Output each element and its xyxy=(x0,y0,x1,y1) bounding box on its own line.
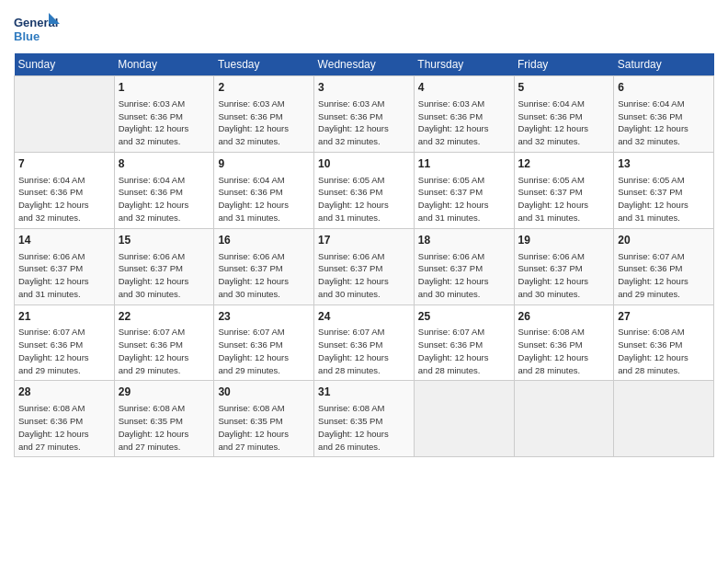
day-number: 16 xyxy=(218,233,310,248)
logo: General Blue xyxy=(14,13,60,46)
day-header-wednesday: Wednesday xyxy=(314,53,415,76)
calendar-cell: 20Sunrise: 6:07 AM Sunset: 6:36 PM Dayli… xyxy=(614,228,714,304)
logo-svg: General Blue xyxy=(14,13,60,46)
calendar-cell: 9Sunrise: 6:04 AM Sunset: 6:36 PM Daylig… xyxy=(214,152,314,228)
calendar-week-5: 28Sunrise: 6:08 AM Sunset: 6:36 PM Dayli… xyxy=(15,381,714,457)
day-info: Sunrise: 6:04 AM Sunset: 6:36 PM Dayligh… xyxy=(618,98,710,148)
day-header-monday: Monday xyxy=(114,53,214,76)
calendar-cell: 15Sunrise: 6:06 AM Sunset: 6:37 PM Dayli… xyxy=(114,228,214,304)
day-info: Sunrise: 6:04 AM Sunset: 6:36 PM Dayligh… xyxy=(518,98,610,148)
day-info: Sunrise: 6:03 AM Sunset: 6:36 PM Dayligh… xyxy=(418,98,510,148)
calendar-cell xyxy=(15,76,115,153)
calendar-cell: 28Sunrise: 6:08 AM Sunset: 6:36 PM Dayli… xyxy=(15,381,115,457)
day-number: 21 xyxy=(18,309,110,325)
calendar-week-2: 7Sunrise: 6:04 AM Sunset: 6:36 PM Daylig… xyxy=(15,152,714,228)
header: General Blue xyxy=(14,9,714,46)
calendar-cell xyxy=(414,381,514,457)
day-number: 15 xyxy=(119,233,210,248)
day-number: 10 xyxy=(318,156,410,172)
day-number: 1 xyxy=(119,80,210,96)
day-info: Sunrise: 6:06 AM Sunset: 6:37 PM Dayligh… xyxy=(218,250,310,301)
day-number: 29 xyxy=(119,385,210,400)
day-number: 5 xyxy=(518,80,610,96)
day-number: 25 xyxy=(418,309,510,325)
day-number: 18 xyxy=(418,233,510,248)
calendar-cell: 19Sunrise: 6:06 AM Sunset: 6:37 PM Dayli… xyxy=(514,228,614,304)
svg-text:Blue: Blue xyxy=(14,29,40,43)
day-number: 9 xyxy=(218,156,310,172)
day-info: Sunrise: 6:03 AM Sunset: 6:36 PM Dayligh… xyxy=(218,98,310,148)
calendar-cell: 26Sunrise: 6:08 AM Sunset: 6:36 PM Dayli… xyxy=(514,304,614,381)
day-number: 4 xyxy=(418,80,510,96)
calendar-cell: 24Sunrise: 6:07 AM Sunset: 6:36 PM Dayli… xyxy=(314,304,415,381)
day-number: 12 xyxy=(518,156,610,172)
day-info: Sunrise: 6:08 AM Sunset: 6:35 PM Dayligh… xyxy=(119,402,210,453)
day-info: Sunrise: 6:04 AM Sunset: 6:36 PM Dayligh… xyxy=(119,174,210,224)
day-number: 7 xyxy=(18,156,110,172)
calendar-week-4: 21Sunrise: 6:07 AM Sunset: 6:36 PM Dayli… xyxy=(15,304,714,381)
calendar-cell: 16Sunrise: 6:06 AM Sunset: 6:37 PM Dayli… xyxy=(214,228,314,304)
calendar-table: SundayMondayTuesdayWednesdayThursdayFrid… xyxy=(14,53,714,457)
calendar-cell: 6Sunrise: 6:04 AM Sunset: 6:36 PM Daylig… xyxy=(614,76,714,153)
calendar-cell: 7Sunrise: 6:04 AM Sunset: 6:36 PM Daylig… xyxy=(15,152,115,228)
day-info: Sunrise: 6:08 AM Sunset: 6:35 PM Dayligh… xyxy=(218,402,310,453)
day-info: Sunrise: 6:05 AM Sunset: 6:37 PM Dayligh… xyxy=(518,174,610,224)
calendar-cell: 30Sunrise: 6:08 AM Sunset: 6:35 PM Dayli… xyxy=(214,381,314,457)
calendar-cell: 18Sunrise: 6:06 AM Sunset: 6:37 PM Dayli… xyxy=(414,228,514,304)
day-info: Sunrise: 6:05 AM Sunset: 6:37 PM Dayligh… xyxy=(618,174,710,224)
day-number: 30 xyxy=(218,385,310,400)
day-number: 13 xyxy=(618,156,710,172)
calendar-cell: 8Sunrise: 6:04 AM Sunset: 6:36 PM Daylig… xyxy=(114,152,214,228)
calendar-cell: 22Sunrise: 6:07 AM Sunset: 6:36 PM Dayli… xyxy=(114,304,214,381)
calendar-cell: 2Sunrise: 6:03 AM Sunset: 6:36 PM Daylig… xyxy=(214,76,314,153)
day-number: 27 xyxy=(618,309,710,325)
calendar-cell: 17Sunrise: 6:06 AM Sunset: 6:37 PM Dayli… xyxy=(314,228,415,304)
day-info: Sunrise: 6:07 AM Sunset: 6:36 PM Dayligh… xyxy=(119,326,210,376)
day-info: Sunrise: 6:04 AM Sunset: 6:36 PM Dayligh… xyxy=(218,174,310,224)
day-info: Sunrise: 6:06 AM Sunset: 6:37 PM Dayligh… xyxy=(119,250,210,301)
day-number: 2 xyxy=(218,80,310,96)
calendar-cell: 29Sunrise: 6:08 AM Sunset: 6:35 PM Dayli… xyxy=(114,381,214,457)
day-header-saturday: Saturday xyxy=(614,53,714,76)
day-header-thursday: Thursday xyxy=(414,53,514,76)
calendar-header-row: SundayMondayTuesdayWednesdayThursdayFrid… xyxy=(15,53,714,76)
day-info: Sunrise: 6:04 AM Sunset: 6:36 PM Dayligh… xyxy=(18,174,110,224)
day-info: Sunrise: 6:05 AM Sunset: 6:37 PM Dayligh… xyxy=(418,174,510,224)
day-info: Sunrise: 6:03 AM Sunset: 6:36 PM Dayligh… xyxy=(119,98,210,148)
day-number: 28 xyxy=(18,385,110,400)
day-header-tuesday: Tuesday xyxy=(214,53,314,76)
day-number: 8 xyxy=(119,156,210,172)
calendar-cell: 4Sunrise: 6:03 AM Sunset: 6:36 PM Daylig… xyxy=(414,76,514,153)
calendar-cell: 10Sunrise: 6:05 AM Sunset: 6:36 PM Dayli… xyxy=(314,152,415,228)
main-container: General Blue SundayMondayTuesdayWednesda… xyxy=(0,0,728,466)
day-info: Sunrise: 6:07 AM Sunset: 6:36 PM Dayligh… xyxy=(318,326,410,376)
day-number: 19 xyxy=(518,233,610,248)
day-info: Sunrise: 6:07 AM Sunset: 6:36 PM Dayligh… xyxy=(218,326,310,376)
day-number: 3 xyxy=(318,80,410,96)
calendar-cell: 25Sunrise: 6:07 AM Sunset: 6:36 PM Dayli… xyxy=(414,304,514,381)
day-info: Sunrise: 6:06 AM Sunset: 6:37 PM Dayligh… xyxy=(518,250,610,301)
day-info: Sunrise: 6:06 AM Sunset: 6:37 PM Dayligh… xyxy=(18,250,110,301)
day-number: 6 xyxy=(618,80,710,96)
day-number: 14 xyxy=(18,233,110,248)
calendar-cell: 31Sunrise: 6:08 AM Sunset: 6:35 PM Dayli… xyxy=(314,381,415,457)
day-info: Sunrise: 6:07 AM Sunset: 6:36 PM Dayligh… xyxy=(618,250,710,301)
day-number: 22 xyxy=(119,309,210,325)
day-info: Sunrise: 6:08 AM Sunset: 6:36 PM Dayligh… xyxy=(18,402,110,453)
calendar-cell xyxy=(614,381,714,457)
day-number: 26 xyxy=(518,309,610,325)
calendar-cell: 13Sunrise: 6:05 AM Sunset: 6:37 PM Dayli… xyxy=(614,152,714,228)
calendar-cell: 23Sunrise: 6:07 AM Sunset: 6:36 PM Dayli… xyxy=(214,304,314,381)
day-info: Sunrise: 6:03 AM Sunset: 6:36 PM Dayligh… xyxy=(318,98,410,148)
day-header-friday: Friday xyxy=(514,53,614,76)
calendar-week-1: 1Sunrise: 6:03 AM Sunset: 6:36 PM Daylig… xyxy=(15,76,714,153)
calendar-cell: 21Sunrise: 6:07 AM Sunset: 6:36 PM Dayli… xyxy=(15,304,115,381)
day-info: Sunrise: 6:05 AM Sunset: 6:36 PM Dayligh… xyxy=(318,174,410,224)
calendar-cell: 5Sunrise: 6:04 AM Sunset: 6:36 PM Daylig… xyxy=(514,76,614,153)
day-info: Sunrise: 6:06 AM Sunset: 6:37 PM Dayligh… xyxy=(318,250,410,301)
day-info: Sunrise: 6:08 AM Sunset: 6:35 PM Dayligh… xyxy=(318,402,410,453)
calendar-cell: 3Sunrise: 6:03 AM Sunset: 6:36 PM Daylig… xyxy=(314,76,415,153)
calendar-cell: 12Sunrise: 6:05 AM Sunset: 6:37 PM Dayli… xyxy=(514,152,614,228)
calendar-week-3: 14Sunrise: 6:06 AM Sunset: 6:37 PM Dayli… xyxy=(15,228,714,304)
calendar-cell: 1Sunrise: 6:03 AM Sunset: 6:36 PM Daylig… xyxy=(114,76,214,153)
